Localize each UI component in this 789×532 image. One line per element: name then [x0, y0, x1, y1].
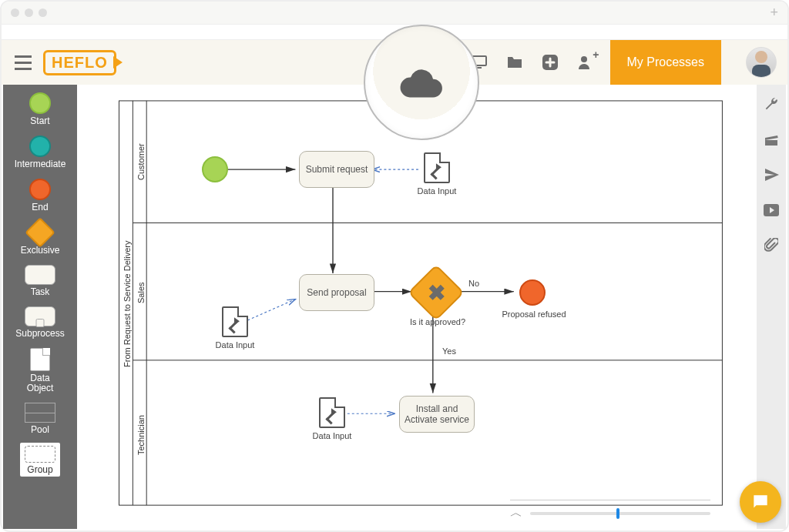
new-tab-button[interactable]: +: [770, 5, 778, 21]
cloud-highlight-callout: [364, 25, 479, 140]
start-event[interactable]: [202, 156, 228, 182]
palette-data-object[interactable]: Data Object: [27, 345, 54, 398]
palette-subprocess[interactable]: Subprocess: [15, 303, 64, 343]
end-refused-label: Proposal refused: [499, 309, 569, 319]
svg-point-4: [755, 51, 767, 63]
svg-rect-5: [752, 65, 771, 77]
app-logo[interactable]: HEFLO: [43, 50, 123, 75]
add-user-icon[interactable]: +: [575, 52, 596, 73]
traffic-light-max[interactable]: [39, 8, 47, 17]
zoom-handle[interactable]: [616, 508, 619, 519]
task-install-activate[interactable]: Install and Activate service: [399, 396, 475, 433]
start-event-icon: [29, 92, 51, 114]
palette-exclusive[interactable]: Exclusive: [21, 219, 60, 260]
data-input-tech-label: Data Input: [308, 431, 356, 440]
subprocess-icon: [25, 306, 55, 326]
group-icon: [25, 446, 55, 463]
task-send-proposal[interactable]: Send proposal: [299, 274, 374, 311]
wrench-icon[interactable]: [763, 95, 780, 112]
data-input-customer-label: Data Input: [413, 186, 461, 196]
palette-start[interactable]: Start: [29, 89, 51, 131]
right-toolbar: [757, 85, 786, 529]
data-input-sales[interactable]: [222, 306, 248, 337]
zoom-collapse-icon[interactable]: ︿: [510, 505, 522, 521]
attachment-icon[interactable]: [763, 237, 780, 254]
gateway-no: No: [468, 279, 479, 288]
pool-icon: [25, 403, 55, 423]
cloud-icon-large: [400, 67, 443, 98]
diagram-canvas[interactable]: From Request to Service Delivery Custome…: [77, 85, 757, 529]
header-toolbar: + My Processes: [433, 40, 787, 85]
my-processes-button[interactable]: My Processes: [610, 40, 721, 85]
send-icon[interactable]: [763, 166, 780, 183]
task-icon: [25, 265, 55, 285]
plus-square-icon[interactable]: [539, 52, 561, 73]
zoom-slider[interactable]: [530, 512, 710, 515]
palette-group[interactable]: Group: [20, 443, 60, 477]
traffic-light-min[interactable]: [25, 8, 33, 17]
lane-technician: Technician: [134, 362, 147, 508]
app-logo-play-icon: [113, 56, 123, 69]
palette-end[interactable]: End: [29, 176, 51, 217]
gateway-yes: Yes: [442, 346, 456, 356]
app-body: Start Intermediate End Exclusive Task Su…: [3, 85, 786, 529]
browser-window: + HEFLO + My Processes: [0, 0, 789, 532]
window-titlebar: +: [2, 2, 787, 25]
video-icon[interactable]: [763, 202, 780, 219]
lane-sales: Sales: [134, 223, 147, 362]
data-input-sales-label: Data Input: [211, 340, 259, 350]
end-event-refused[interactable]: [519, 279, 546, 306]
chat-fab[interactable]: [740, 481, 781, 523]
menu-button[interactable]: [8, 47, 39, 78]
end-event-icon: [29, 179, 51, 200]
palette-pool[interactable]: Pool: [25, 400, 55, 440]
zoom-control[interactable]: ︿: [510, 500, 710, 521]
chat-icon: [750, 492, 771, 512]
clapper-icon[interactable]: [763, 131, 780, 148]
data-input-customer[interactable]: [424, 152, 450, 183]
gateway-label: Is it approved?: [407, 317, 468, 326]
user-avatar[interactable]: [746, 47, 777, 78]
palette-intermediate[interactable]: Intermediate: [15, 132, 66, 174]
lane-customer: Customer: [134, 100, 147, 223]
data-input-tech[interactable]: [319, 397, 345, 428]
task-submit-request[interactable]: Submit request: [299, 151, 374, 188]
traffic-light-close[interactable]: [11, 8, 19, 17]
palette-task[interactable]: Task: [25, 262, 55, 302]
app-logo-text: HEFLO: [43, 50, 116, 75]
pool-title: From Request to Service Delivery: [120, 100, 133, 508]
folder-icon[interactable]: [504, 52, 525, 73]
data-object-icon: [30, 348, 50, 371]
exclusive-gateway-icon: [25, 217, 55, 248]
svg-point-3: [581, 56, 587, 62]
shape-palette: Start Intermediate End Exclusive Task Su…: [3, 85, 77, 529]
intermediate-event-icon: [29, 136, 51, 157]
